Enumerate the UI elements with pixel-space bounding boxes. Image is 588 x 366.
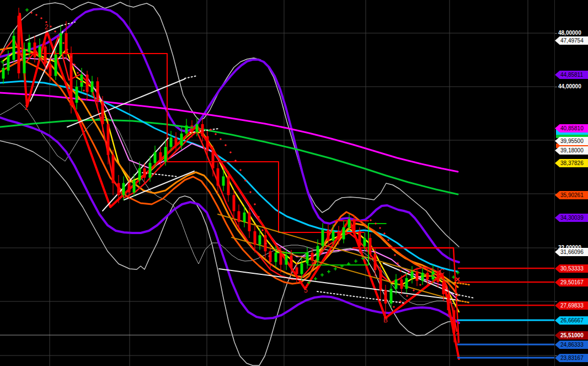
candle-body (248, 213, 251, 231)
candle-body (117, 183, 120, 195)
candle-body (290, 256, 293, 268)
candle-body (374, 254, 377, 270)
candle-body (384, 290, 387, 304)
price-tag-39,95500: 39,95500 (555, 137, 588, 145)
candle-body (81, 75, 83, 87)
candle-body (233, 195, 236, 211)
candle-body (159, 152, 162, 162)
candle-body (180, 134, 183, 146)
price-tag-25,51000: 25,51000 (555, 331, 588, 340)
candle-body (7, 56, 10, 71)
candle-body (353, 219, 356, 231)
candle-body (185, 125, 188, 134)
candle-body (86, 75, 89, 92)
candle-body (348, 219, 351, 227)
candle-body (206, 136, 209, 151)
price-tag-40,85810: 40,85810 (555, 124, 588, 132)
candle-body (107, 124, 110, 155)
candle-body (421, 273, 424, 281)
candle-body (13, 36, 15, 60)
candle-body (97, 81, 99, 101)
candle-body (149, 163, 152, 178)
price-tag-34,30039: 34,30039 (555, 214, 588, 222)
candle-body (359, 231, 361, 246)
candle-body (39, 46, 41, 57)
wave-label-2: 2 (45, 23, 49, 31)
price-axis[interactable]: 48,0000044,0000032,0000047,4975444,85811… (554, 0, 588, 366)
candle-body (306, 253, 309, 263)
candle-body (416, 272, 419, 281)
candle-body (23, 49, 26, 73)
candle-body (227, 176, 230, 195)
axis-tick (555, 248, 557, 248)
candle-body (364, 238, 366, 246)
candle-body (70, 53, 73, 105)
candle-body (28, 43, 31, 52)
price-tag-39,18000: 39,18000 (555, 146, 588, 155)
price-tag-44,85811: 44,85811 (555, 71, 588, 79)
candle-body (254, 231, 256, 245)
candle-body (301, 263, 303, 274)
price-tag-26,66667: 26,66667 (555, 316, 588, 325)
wave-label-B: B (383, 316, 388, 324)
candle-body (76, 87, 78, 103)
chart-canvas[interactable]: 125BC (0, 0, 554, 366)
candle-body (34, 43, 36, 57)
candle-body (2, 68, 5, 78)
candle-body (311, 253, 314, 261)
candle-body (170, 137, 173, 147)
candle-body (400, 279, 403, 289)
candle-body (112, 155, 115, 183)
candle-body (196, 124, 199, 132)
candle-body (18, 15, 20, 73)
price-tag-38,37826: 38,37826 (555, 159, 588, 167)
candle-body (138, 168, 141, 181)
candle-body (280, 253, 282, 265)
candle-body (101, 102, 104, 124)
candle-body (411, 272, 414, 278)
candle-body (243, 213, 246, 222)
candle-body (426, 273, 429, 279)
candle-body (164, 147, 167, 162)
candle-body (437, 272, 440, 282)
axis-label-44,00000: 44,00000 (558, 83, 581, 89)
candle-body (222, 176, 225, 185)
axis-tick (555, 301, 557, 302)
price-tag-31,66096: 31,66096 (555, 248, 588, 256)
candle-body (369, 238, 372, 254)
candle-body (275, 253, 277, 262)
candle-body (447, 294, 450, 310)
candle-body (343, 227, 345, 240)
candle-body (49, 64, 52, 76)
candle-body (317, 246, 319, 261)
candle-body (379, 270, 382, 290)
candle-body (44, 46, 47, 64)
axis-label-48,00000: 48,00000 (558, 30, 581, 36)
candle-body (296, 267, 298, 274)
candle-body (154, 152, 157, 163)
candle-body (122, 183, 125, 195)
wave-label-5: 5 (304, 287, 308, 294)
wave-label-1: 1 (24, 104, 28, 112)
price-tag-47,49754: 47,49754 (555, 36, 588, 45)
price-tag-29,50167: 29,50167 (555, 278, 588, 287)
candle-body (322, 230, 324, 246)
candle-body (285, 256, 288, 265)
wave-label-C: C (440, 268, 445, 275)
price-tag-30,53333: 30,53333 (555, 264, 588, 273)
price-tag-27,69833: 27,69833 (555, 301, 588, 310)
price-tag-23,83167: 23,83167 (555, 354, 588, 362)
axis-tick (555, 356, 557, 356)
candle-body (395, 279, 398, 289)
candle-body (212, 151, 215, 168)
candle-body (201, 124, 204, 136)
candle-body (457, 333, 459, 334)
axis-tick (555, 33, 557, 34)
candle-body (327, 230, 330, 240)
candle-body (55, 55, 57, 76)
candle-body (217, 168, 220, 186)
candle-body (143, 168, 146, 178)
candle-body (133, 181, 136, 193)
candle-body (332, 231, 335, 241)
candle-body (390, 289, 393, 304)
